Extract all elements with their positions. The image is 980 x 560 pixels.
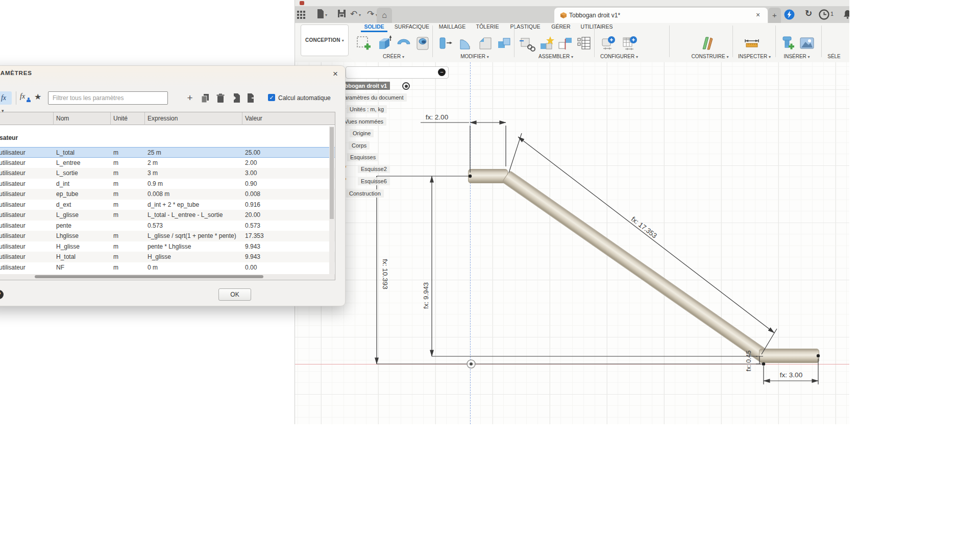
table-row[interactable]: Paramètre utilisateurL_glissemL_total - … [0,210,335,221]
insert-image-icon[interactable] [798,35,816,52]
dialog-close-icon[interactable]: × [333,69,338,79]
copy-icon[interactable] [200,92,211,104]
tab-maillage[interactable]: MAILLAGE [439,23,466,30]
insert-fastener-icon[interactable] [779,35,796,52]
revolve-icon[interactable] [395,35,412,52]
filter-parameters-input[interactable] [48,91,168,105]
collapse-circle-minus-icon[interactable]: − [438,68,446,76]
fx-parameter-filter-icon[interactable]: fx [0,91,12,105]
combine-icon[interactable] [496,35,513,52]
table-row[interactable]: Paramètre utilisateurNFm0 m0.00 [0,262,335,273]
import-icon[interactable] [230,92,241,104]
table-row[interactable]: Paramètre utilisateurpente0.5730.573 [0,221,335,231]
modeling-canvas[interactable]: fx: 2.00 fx: 17.353 fx: 10.393 fx: 9.943… [295,62,849,424]
browser-item-bodies[interactable]: Corps [349,141,370,150]
close-tab-icon[interactable]: × [756,11,760,19]
tab-tolerie[interactable]: TÔLERIE [476,23,499,30]
tab-solide[interactable]: SOLIDE [364,23,384,30]
new-component-icon[interactable] [538,35,555,52]
scrollbar-thumb[interactable] [330,127,334,219]
job-status-icon[interactable] [784,9,795,20]
table-row[interactable]: Paramètre utilisateurd_intm0.9 m0.90 [0,179,335,189]
dialog-header[interactable]: PARAMÈTRES × [0,66,345,87]
horizontal-scrollbar[interactable] [0,274,335,279]
group-label-modifier[interactable]: MODIFIER ▾ [460,54,489,59]
tab-surfacique[interactable]: SURFACIQUE [395,23,429,30]
dim-slope-label[interactable]: fx: 17.353 [630,215,658,239]
extrude-icon[interactable] [376,35,393,52]
tab-gerer[interactable]: GÉRER [551,23,570,30]
dim-height-total-label[interactable]: fx: 10.393 [381,259,389,289]
sort-icon[interactable]: ▾ [2,108,4,113]
fillet-icon[interactable] [457,35,475,52]
joint-icon[interactable] [557,35,574,52]
dim-height-glide-label[interactable]: fx: 9.943 [422,282,430,309]
fx-user-parameter-icon[interactable]: fx [20,92,32,104]
column-header-unite[interactable]: Unité [113,115,128,122]
sketch-point[interactable] [762,362,765,366]
browser-item-named-views[interactable]: Vues nommées [341,117,386,126]
undo-icon[interactable]: ↶ [348,8,360,20]
table-row[interactable]: Paramètre utilisateurL_entreem2 m2.00 [0,158,335,168]
browser-item-sketches[interactable]: Esquisses [347,153,379,161]
table-header[interactable]: ▾ Nom Unité Expression Valeur [0,112,335,125]
browser-item-sketch6[interactable]: Esquisse6 [358,177,390,185]
group-label-configurer[interactable]: CONFIGURER ▾ [600,54,638,59]
add-parameter-icon[interactable]: + [184,92,195,104]
help-icon[interactable]: ? [0,290,4,299]
group-label-inspecter[interactable]: INSPECTER ▾ [738,54,771,59]
ok-button[interactable]: OK [218,288,251,301]
delete-trash-icon[interactable] [215,92,226,104]
construct-plane-icon[interactable] [699,35,716,52]
browser-search-bar[interactable]: − [346,66,449,79]
column-header-expression[interactable]: Expression [148,115,178,122]
column-header-valeur[interactable]: Valeur [245,115,262,122]
sketch-point[interactable] [817,354,820,357]
grid-menu-icon[interactable] [297,11,306,20]
refresh-icon[interactable]: ↻ [802,8,815,20]
browser-item-document-settings[interactable]: Paramètres du document [337,93,407,102]
document-tab[interactable]: Tobbogan droit v1* × [554,8,768,23]
bom-table-icon[interactable] [576,35,593,52]
group-label-creer[interactable]: CRÉER ▾ [383,54,404,59]
table-row[interactable]: Paramètre utilisateurL_sortiem3 m3.00 [0,168,335,179]
bell-icon[interactable] [842,9,849,20]
dim-entry-label[interactable]: fx: 2.00 [426,113,448,121]
visibility-eye-icon[interactable] [402,82,410,90]
measure-icon[interactable] [743,35,761,52]
new-tab-button[interactable]: + [768,8,781,23]
create-sketch-icon[interactable] [355,35,373,52]
table-row[interactable]: Paramètre utilisateurH_totalmH_glisse9.9… [0,252,335,262]
browser-item-origin[interactable]: Origine [350,129,374,137]
column-header-nom[interactable]: Nom [56,115,69,122]
scrollbar-thumb[interactable] [35,275,263,278]
table-row[interactable]: Paramètre utilisateurL_totalm25 m25.00 [0,147,335,158]
favorites-star-icon[interactable]: ★ [34,92,41,102]
auto-compute-checkbox[interactable]: ✓ [268,94,275,101]
save-icon[interactable] [335,8,348,20]
assemble-link-icon[interactable] [519,35,536,52]
file-menu-caret-icon[interactable]: ▾ [325,13,327,17]
tab-utilitaires[interactable]: UTILITAIRES [581,23,613,30]
table-row[interactable]: Paramètre utilisateurep_tubem0.008 m0.00… [0,189,335,200]
configure-design-icon[interactable] [600,35,618,52]
export-icon[interactable] [246,92,257,104]
group-label-selectionner[interactable]: SÉLE [827,54,841,59]
configure-table-icon[interactable] [621,35,639,52]
home-tab[interactable]: ⌂ [377,8,392,23]
dim-offset-label[interactable]: fx: 0.45 [745,350,752,371]
hole-icon[interactable] [414,35,431,52]
group-label-assembler[interactable]: ASSEMBLER ▾ [538,54,573,59]
table-row[interactable]: Paramètre utilisateurLhglissemL_glisse /… [0,231,335,241]
chamfer-icon[interactable] [477,35,494,52]
browser-item-construction[interactable]: Construction [346,189,384,198]
workspace-selector[interactable]: CONCEPTION ▾ [301,25,349,56]
undo-caret-icon[interactable]: ▾ [359,13,361,17]
browser-item-units[interactable]: Unités : m, kg [347,105,387,113]
vertical-scrollbar[interactable] [329,126,334,278]
redo-icon[interactable]: ↷ [364,8,377,20]
group-label-construire[interactable]: CONSTRUIRE ▾ [692,54,729,59]
dim-exit-label[interactable]: fx: 3.00 [780,371,802,379]
group-label-inserer[interactable]: INSÉRER ▾ [783,54,810,59]
table-row[interactable]: Paramètre utilisateurH_glissempente * Lh… [0,241,335,252]
